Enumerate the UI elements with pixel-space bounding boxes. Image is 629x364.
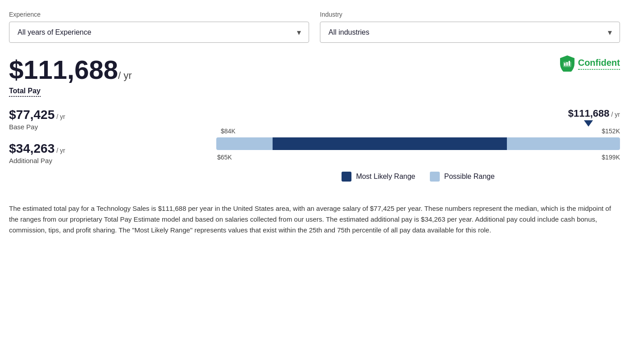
median-label-row: $111,688 / yr [216, 108, 620, 119]
chart-median-unit: / yr [611, 111, 620, 118]
base-pay-amount-line: $77,425 / yr [9, 108, 216, 122]
base-pay-amount: $77,425 [9, 108, 55, 122]
industry-label: Industry [320, 11, 620, 18]
additional-pay-unit: / yr [56, 147, 65, 154]
total-pay-unit: / yr [118, 70, 132, 81]
median-triangle-icon [584, 120, 593, 127]
chart-wrapper: $111,688 / yr $84K $152K [216, 108, 620, 161]
additional-pay-section: $34,263 / yr Additional Pay [9, 141, 216, 164]
industry-filter-group: Industry All industriesInformation Techn… [320, 11, 620, 43]
industry-select-wrapper: All industriesInformation TechnologyFina… [320, 22, 620, 43]
legend-dark-box [342, 172, 351, 182]
total-pay-value: $111,688 [9, 55, 118, 84]
bar-light-right [507, 137, 620, 150]
total-pay-label: Total Pay [9, 87, 41, 97]
base-pay-label: Base Pay [9, 123, 216, 131]
main-pay-section: Confident $111,688/ yr Total Pay $77,425… [9, 55, 620, 194]
confident-badge: Confident [560, 55, 620, 72]
experience-select-wrapper: All years of ExperienceLess than 1 year1… [9, 22, 309, 43]
pay-details-row: $77,425 / yr Base Pay $34,263 / yr Addit… [9, 108, 620, 194]
additional-pay-amount: $34,263 [9, 141, 55, 156]
bar-dark-middle [273, 137, 507, 150]
range-high-label: $152K [602, 127, 620, 135]
bar-max-label: $199K [602, 154, 620, 161]
filters-row: Experience All years of ExperienceLess t… [9, 11, 620, 43]
bar-min-max-row: $65K $199K [216, 154, 620, 161]
confident-text: Confident [578, 58, 620, 70]
bar-light-left [216, 137, 273, 150]
pay-left-col: $77,425 / yr Base Pay $34,263 / yr Addit… [9, 108, 216, 164]
base-pay-section: $77,425 / yr Base Pay [9, 108, 216, 131]
description-text: The estimated total pay for a Technology… [9, 203, 620, 236]
experience-filter-group: Experience All years of ExperienceLess t… [9, 11, 309, 43]
chart-area: $111,688 / yr $84K $152K [216, 108, 620, 194]
legend-light-label: Possible Range [444, 173, 495, 181]
legend-row: Most Likely Range Possible Range [216, 172, 620, 182]
legend-light-box [430, 172, 440, 182]
additional-pay-label: Additional Pay [9, 157, 216, 164]
base-pay-unit: / yr [56, 113, 65, 120]
chart-median-amount: $111,688 [568, 108, 610, 119]
svg-rect-1 [564, 63, 565, 66]
additional-pay-amount-line: $34,263 / yr [9, 141, 216, 156]
experience-select[interactable]: All years of ExperienceLess than 1 year1… [9, 22, 309, 43]
experience-label: Experience [9, 11, 309, 18]
legend-most-likely: Most Likely Range [342, 172, 415, 182]
legend-possible: Possible Range [430, 172, 495, 182]
pay-range-bar [216, 137, 620, 150]
bar-min-label: $65K [217, 154, 232, 161]
legend-dark-label: Most Likely Range [356, 173, 415, 181]
triangle-row [216, 120, 620, 127]
range-low-label: $84K [221, 127, 236, 135]
total-pay-amount-line: $111,688/ yr [9, 55, 620, 84]
svg-rect-3 [569, 61, 570, 66]
industry-select[interactable]: All industriesInformation TechnologyFina… [320, 22, 620, 43]
range-labels-row: $84K $152K [216, 127, 620, 135]
total-pay-amount: $111,688/ yr [9, 55, 132, 84]
svg-rect-2 [566, 62, 568, 66]
confident-shield-icon [560, 55, 574, 72]
